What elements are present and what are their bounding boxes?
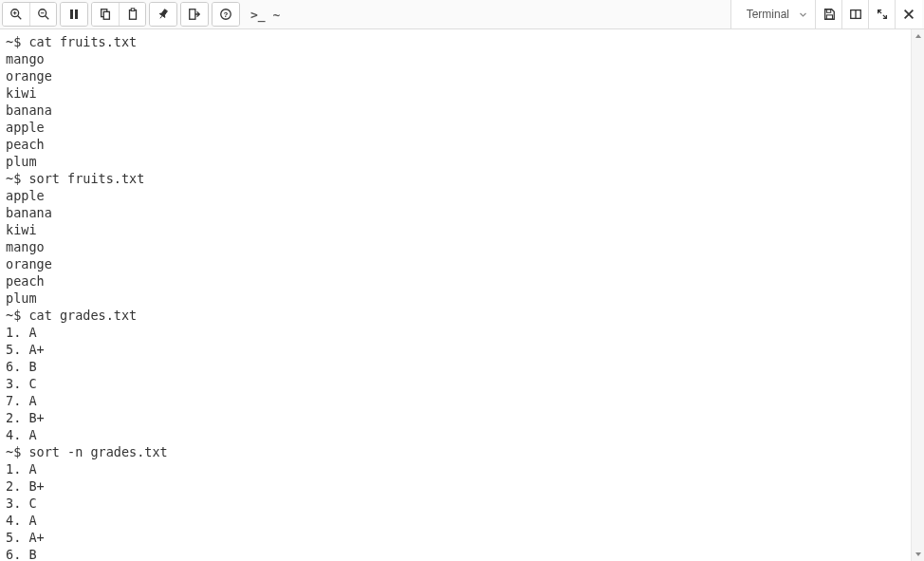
exit-button[interactable] xyxy=(181,3,208,26)
terminal-line: 2. B+ xyxy=(6,477,905,495)
terminal-line: 4. A xyxy=(6,512,905,529)
pin-icon xyxy=(157,8,170,21)
terminal-line: peach xyxy=(6,136,905,153)
terminal-line: mango xyxy=(6,238,905,255)
toolbar-left: ? >_ ~ xyxy=(2,0,287,28)
svg-text:?: ? xyxy=(224,10,229,19)
split-icon xyxy=(849,8,862,21)
terminal-line: banana xyxy=(6,102,905,119)
svg-rect-12 xyxy=(131,9,135,11)
svg-line-5 xyxy=(45,16,48,20)
terminal-line: 6. B xyxy=(6,358,905,375)
terminal-line: ~$ sort -n grades.txt xyxy=(6,443,905,460)
arrow-down-icon xyxy=(915,551,922,558)
copy-button[interactable] xyxy=(92,3,119,26)
svg-rect-8 xyxy=(75,9,78,19)
terminal-line: kiwi xyxy=(6,84,905,102)
expand-icon xyxy=(876,8,889,21)
zoom-out-button[interactable] xyxy=(29,3,56,26)
tab-label: Terminal xyxy=(747,8,789,21)
save-button[interactable] xyxy=(816,0,842,28)
terminal-line: 3. C xyxy=(6,375,905,392)
terminal-line: apple xyxy=(6,187,905,204)
chevron-down-icon xyxy=(799,10,807,19)
tab-terminal[interactable]: Terminal xyxy=(730,0,816,28)
save-icon xyxy=(822,8,836,21)
svg-rect-13 xyxy=(190,9,195,20)
terminal-line: peach xyxy=(6,272,905,290)
svg-rect-10 xyxy=(103,11,109,19)
close-icon xyxy=(902,8,915,21)
split-button[interactable] xyxy=(842,0,869,28)
terminal-line: mango xyxy=(6,50,905,67)
toolbar-right: Terminal xyxy=(730,0,922,28)
svg-line-1 xyxy=(18,16,22,20)
paste-button[interactable] xyxy=(119,3,145,26)
terminal-line: plum xyxy=(6,153,905,170)
svg-rect-7 xyxy=(70,9,73,19)
terminal-line: kiwi xyxy=(6,221,905,238)
terminal-line: 2. B+ xyxy=(6,409,905,426)
prompt-title: >_ ~ xyxy=(243,2,287,27)
pin-button[interactable] xyxy=(150,3,176,26)
fullscreen-button[interactable] xyxy=(869,0,896,28)
terminal-line: 4. A xyxy=(6,426,905,443)
pin-button-group xyxy=(149,2,177,27)
pause-button[interactable] xyxy=(61,3,87,26)
terminal-area: ~$ cat fruits.txtmangoorangekiwibananaap… xyxy=(0,29,924,561)
terminal-line: 5. A+ xyxy=(6,341,905,358)
terminal-line: plum xyxy=(6,290,905,307)
terminal-line: 6. B xyxy=(6,546,905,561)
zoom-in-icon xyxy=(9,8,23,21)
pause-icon xyxy=(68,9,80,20)
scrollbar[interactable] xyxy=(911,29,924,561)
terminal-line: ~$ sort fruits.txt xyxy=(6,170,905,187)
terminal-line: 3. C xyxy=(6,495,905,512)
pause-button-group xyxy=(60,2,88,27)
copy-icon xyxy=(99,8,112,21)
paste-icon xyxy=(126,8,139,21)
toolbar: ? >_ ~ Terminal xyxy=(0,0,924,29)
terminal-line: 7. A xyxy=(6,392,905,409)
terminal-line: 5. A+ xyxy=(6,529,905,546)
help-button[interactable]: ? xyxy=(213,3,239,26)
terminal-line: orange xyxy=(6,67,905,84)
terminal-line: 1. A xyxy=(6,460,905,477)
arrow-up-icon xyxy=(915,32,922,40)
terminal-line: 1. A xyxy=(6,324,905,341)
svg-rect-11 xyxy=(129,10,136,20)
close-button[interactable] xyxy=(896,0,922,28)
terminal-line: banana xyxy=(6,204,905,221)
help-button-group: ? xyxy=(212,2,240,27)
scroll-down-button[interactable] xyxy=(912,548,924,561)
exit-icon xyxy=(188,8,201,21)
terminal-line: ~$ cat fruits.txt xyxy=(6,33,905,50)
terminal-content[interactable]: ~$ cat fruits.txtmangoorangekiwibananaap… xyxy=(0,29,911,561)
terminal-line: apple xyxy=(6,119,905,136)
help-icon: ? xyxy=(219,8,232,21)
clipboard-button-group xyxy=(91,2,146,27)
zoom-in-button[interactable] xyxy=(3,3,29,26)
zoom-out-icon xyxy=(37,8,50,21)
scroll-up-button[interactable] xyxy=(912,29,924,43)
terminal-line: ~$ cat grades.txt xyxy=(6,307,905,324)
svg-rect-16 xyxy=(826,9,830,13)
exit-button-group xyxy=(180,2,209,27)
zoom-button-group xyxy=(2,2,57,27)
terminal-line: orange xyxy=(6,255,905,272)
